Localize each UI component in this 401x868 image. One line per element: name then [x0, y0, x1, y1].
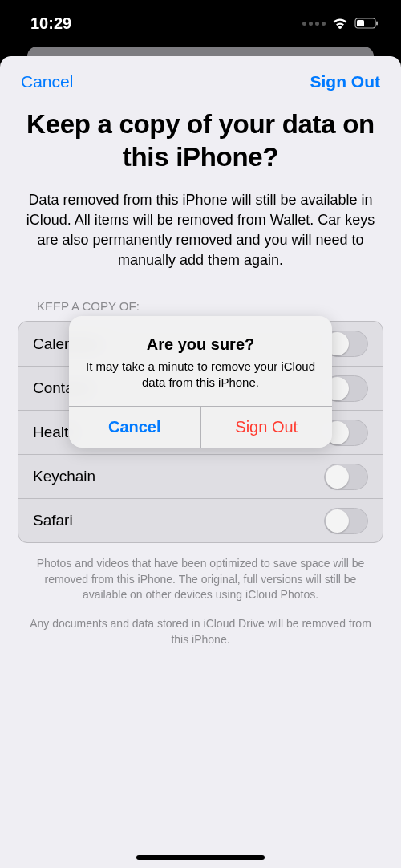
alert-sign-out-button[interactable]: Sign Out [201, 407, 333, 448]
alert-actions: Cancel Sign Out [69, 406, 332, 448]
alert-message: It may take a minute to remove your iClo… [83, 359, 318, 391]
alert-backdrop: Are you sure? It may take a minute to re… [0, 0, 401, 868]
confirm-alert: Are you sure? It may take a minute to re… [69, 316, 332, 448]
home-indicator[interactable] [136, 855, 265, 860]
alert-cancel-button[interactable]: Cancel [69, 407, 201, 448]
alert-title: Are you sure? [83, 335, 318, 354]
alert-body: Are you sure? It may take a minute to re… [69, 316, 332, 406]
